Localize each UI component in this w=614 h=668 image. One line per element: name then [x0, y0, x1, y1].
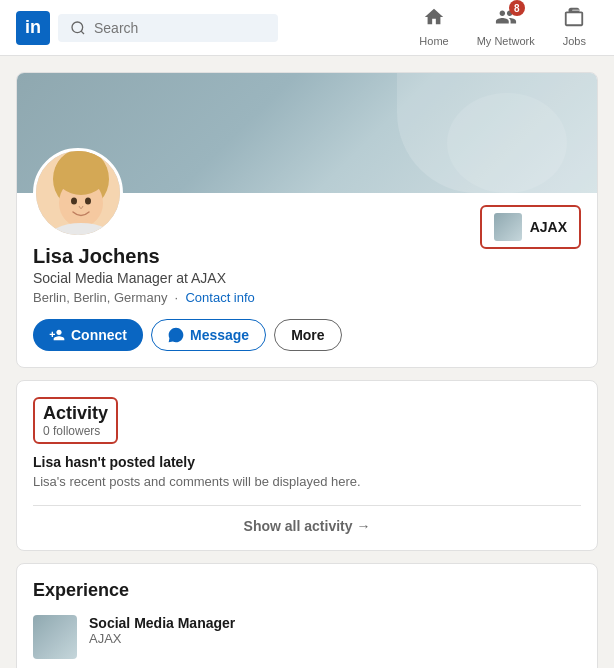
activity-title: Activity	[43, 403, 108, 424]
more-button[interactable]: More	[274, 319, 341, 351]
linkedin-logo[interactable]: in	[16, 11, 50, 45]
jobs-icon	[563, 6, 585, 33]
search-bar[interactable]	[58, 14, 278, 42]
home-icon	[423, 6, 445, 33]
nav-jobs-label: Jobs	[563, 35, 586, 47]
network-icon: 8	[495, 6, 517, 33]
nav-home-label: Home	[419, 35, 448, 47]
company-logo	[494, 213, 522, 241]
profile-actions: Connect Message More	[33, 319, 581, 351]
activity-card: Activity 0 followers Lisa hasn't posted …	[16, 380, 598, 551]
company-badge[interactable]: AJAX	[480, 205, 581, 249]
network-badge: 8	[509, 0, 525, 16]
banner-decoration-2	[447, 93, 567, 193]
connect-button[interactable]: Connect	[33, 319, 143, 351]
search-input[interactable]	[94, 20, 266, 36]
company-badge-label: AJAX	[530, 219, 567, 235]
message-button[interactable]: Message	[151, 319, 266, 351]
experience-title: Experience	[33, 580, 581, 601]
nav-network-label: My Network	[477, 35, 535, 47]
main-content: AJAX Lisa Jochens Social Media Manager a…	[0, 56, 614, 668]
nav-items: Home 8 My Network Jobs	[407, 0, 598, 57]
activity-empty-title: Lisa hasn't posted lately	[33, 454, 581, 470]
activity-footer: Show all activity →	[33, 505, 581, 534]
profile-info-area: AJAX Lisa Jochens Social Media Manager a…	[17, 193, 597, 367]
nav-jobs[interactable]: Jobs	[551, 0, 598, 57]
experience-company: AJAX	[89, 631, 581, 646]
contact-info-link[interactable]: Contact info	[185, 290, 254, 305]
activity-empty-desc: Lisa's recent posts and comments will be…	[33, 474, 581, 489]
experience-card: Experience Social Media Manager AJAX	[16, 563, 598, 668]
message-label: Message	[190, 327, 249, 343]
avatar	[33, 148, 123, 238]
svg-point-5	[55, 151, 107, 195]
connect-label: Connect	[71, 327, 127, 343]
connect-icon	[49, 327, 65, 343]
more-label: More	[291, 327, 324, 343]
svg-point-8	[71, 198, 77, 205]
svg-point-9	[85, 198, 91, 205]
experience-item: Social Media Manager AJAX	[33, 615, 581, 659]
nav-home[interactable]: Home	[407, 0, 460, 57]
profile-card: AJAX Lisa Jochens Social Media Manager a…	[16, 72, 598, 368]
navbar: in Home 8 My Network Jobs	[0, 0, 614, 56]
experience-details: Social Media Manager AJAX	[89, 615, 581, 646]
svg-point-0	[72, 22, 83, 33]
nav-my-network[interactable]: 8 My Network	[465, 0, 547, 57]
svg-line-1	[81, 31, 84, 34]
experience-company-logo	[33, 615, 77, 659]
experience-role: Social Media Manager	[89, 615, 581, 631]
profile-headline: Social Media Manager at AJAX	[33, 270, 581, 286]
activity-header-box: Activity 0 followers	[33, 397, 118, 444]
activity-followers: 0 followers	[43, 424, 108, 438]
search-icon	[70, 20, 86, 36]
profile-location: Berlin, Berlin, Germany · Contact info	[33, 290, 581, 305]
show-all-activity-link[interactable]: Show all activity →	[244, 518, 371, 534]
message-icon	[168, 327, 184, 343]
